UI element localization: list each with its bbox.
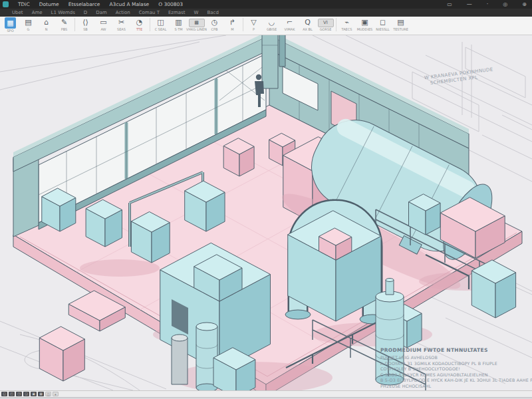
status-toggle-icon[interactable]: ◰ (9, 392, 15, 396)
tool-columns-button[interactable]: ◫ C SEAL (152, 17, 170, 31)
menu-item[interactable]: Ezmast (168, 10, 186, 15)
tool-wire-button[interactable]: ⌁ TAECS (338, 17, 356, 31)
notes-line: A DOOYAYR 31 3GMILK KODAOUCTIBOPY PL B F… (380, 361, 497, 366)
tool-grid-button[interactable]: ▤ G (19, 17, 37, 31)
tool-trim-button[interactable]: ✂ SEAS (112, 17, 130, 31)
tool-label: TAECS (342, 27, 352, 31)
tool-label: S·TM (174, 27, 182, 31)
tool-label: GBISE (267, 27, 277, 31)
hatch-icon: ▥ (175, 17, 182, 27)
tool-solid-button[interactable]: ▣ MUDDIES (356, 17, 374, 31)
window-close-icon[interactable]: ⊕ (519, 1, 529, 7)
menu-item[interactable]: Etsselabarce (68, 1, 100, 7)
menu-item[interactable]: Dam (96, 10, 107, 15)
status-toggle-icon[interactable]: ▣ (31, 392, 37, 396)
status-bar: ◱ ◰ ◳ ◲ ▣ ▦ ◫ ⌖ (0, 390, 532, 397)
tool-brackets-button[interactable]: ⟨⟩ SB (76, 17, 94, 31)
tool-linen-button[interactable]: ▩ VHKG LINEN (188, 17, 205, 31)
tool-frame-button[interactable]: ◻ NIESSLL (374, 17, 392, 31)
tool-label: VHKG LINEN (186, 27, 207, 31)
menu-item[interactable]: A3cud A Malase (109, 1, 149, 7)
status-toggle-icon[interactable]: ◫ (45, 392, 51, 396)
status-toggle-icon[interactable]: ◱ (1, 392, 7, 396)
drawing-canvas[interactable]: W KRANAEVA POKINHNUDE SCHEMBICTEN XPL PR… (0, 35, 532, 390)
toolbar-separator (150, 18, 150, 31)
solid-icon: ▣ (361, 17, 368, 27)
status-toggle-icon[interactable]: ⌖ (53, 392, 59, 396)
tool-label: G (27, 27, 30, 31)
menu-item[interactable]: D (84, 10, 87, 15)
tool-label: CPB (211, 27, 218, 31)
tool-label: AW (100, 27, 106, 31)
menu-item[interactable]: TDiC (18, 1, 30, 7)
machine-block (409, 194, 441, 235)
notes-line: C 3OO3 STLILYCR KOMES AGIUYAOBLTALEIELHE… (380, 372, 488, 377)
cup-icon: ◡ (269, 17, 275, 27)
notes-line: COYPHOLEY B 3HEHOOCLYTOOGOE! (380, 366, 460, 371)
tool-select-button[interactable]: ▦ SPO (1, 17, 19, 33)
menu-item[interactable]: Action (116, 10, 130, 15)
menu-item[interactable]: L1 Wemds (51, 10, 75, 15)
toolbar-separator (243, 18, 243, 31)
window-dot-icon[interactable]: · (484, 1, 491, 7)
tool-zoom-button[interactable]: Q AX BL (299, 17, 317, 31)
machine-block (131, 211, 170, 263)
menu-item[interactable]: Dotume (39, 1, 59, 7)
drawing-annotation: W KRANAEVA POKINHNUDE SCHEMBICTEN XPL (424, 67, 495, 87)
window-settings-icon[interactable]: ◎ (500, 1, 510, 7)
tool-texture-button[interactable]: ▤ TESTURE (392, 17, 410, 31)
tool-label: P (253, 27, 255, 31)
tool-label: M (231, 27, 233, 31)
tool-node-button[interactable]: ⌐ VIMAK (281, 17, 299, 31)
status-toggle-icon[interactable]: ◲ (23, 392, 29, 396)
tool-filter-button[interactable]: ▽ P (245, 17, 263, 31)
tool-draw-button[interactable]: ✎ PBS (55, 17, 73, 31)
toolbar-separator (336, 18, 336, 31)
tool-label: AX BL (303, 27, 313, 31)
menu-item[interactable]: Bacd (207, 10, 218, 15)
select-tool-icon: ▦ (5, 17, 16, 29)
menu-item[interactable]: Comau T (139, 10, 160, 15)
frame-icon: ◻ (380, 17, 386, 27)
menu-item[interactable]: W (194, 10, 199, 15)
tool-label: TTE (136, 27, 142, 31)
magnifier-icon: Q (305, 17, 311, 27)
columns-icon: ◫ (157, 17, 164, 27)
tool-home-button[interactable]: ⌂ N (37, 17, 55, 31)
app-logo-icon[interactable] (3, 1, 9, 7)
home-icon: ⌂ (44, 17, 49, 27)
tool-hatch-button[interactable]: ▥ S·TM (170, 17, 188, 31)
toolbar-separator (74, 18, 75, 31)
grid-icon: ▤ (25, 17, 31, 27)
tool-label: TESTURE (393, 27, 408, 31)
tool-clock-button[interactable]: ◷ CPB (205, 17, 223, 31)
wire-icon: ⌁ (344, 17, 349, 27)
vi-box-icon: VI (318, 19, 334, 27)
tool-label: MUDDIES (357, 27, 372, 31)
tool-label: VIMAK (285, 27, 295, 31)
tool-label: SB (83, 27, 88, 31)
machine-block (86, 200, 122, 247)
window-restore-icon[interactable]: ▭ (444, 1, 455, 7)
status-toggle-icon[interactable]: ◳ (16, 392, 22, 396)
notes-line: PH2EUSE HCHOCISAHL (380, 384, 432, 388)
scissors-icon: ✂ (118, 17, 124, 27)
clock-icon: ◷ (211, 17, 218, 27)
node-icon: ⌐ (287, 17, 293, 27)
pattern-icon: ▩ (189, 19, 205, 27)
status-toggle-icon[interactable]: ▦ (38, 392, 44, 396)
tool-label: C SEAL (155, 27, 167, 31)
funnel-icon: ▽ (251, 17, 256, 27)
console (39, 327, 84, 381)
isometric-factory-illustration: W KRANAEVA POKINHNUDE SCHEMBICTEN XPL PR… (0, 35, 532, 390)
window-minimize-icon[interactable]: — (464, 1, 475, 7)
menu-item[interactable]: Ame (32, 10, 43, 15)
menu-item[interactable]: Ubet (12, 10, 23, 15)
tool-move-button[interactable]: ↱ M (223, 17, 241, 31)
tool-rect-button[interactable]: ▭ AW (94, 17, 112, 31)
app-window: TDiC Dotume Etsselabarce A3cud A Malase … (0, 0, 532, 399)
tool-tte-button[interactable]: ◔ TTE (130, 17, 148, 31)
tool-cup-button[interactable]: ◡ GBISE (263, 17, 281, 31)
tool-vi-button[interactable]: VI GORSE (317, 17, 334, 31)
menu-item[interactable]: O 300803 (158, 1, 183, 7)
